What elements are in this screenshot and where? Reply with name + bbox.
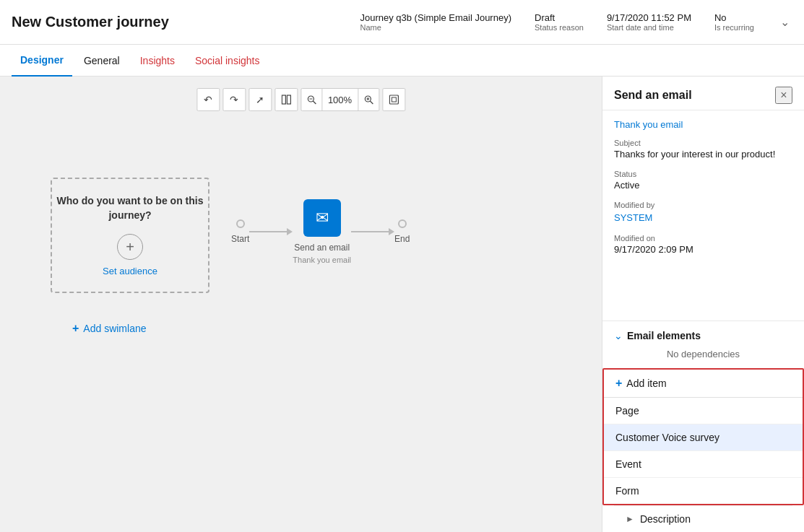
email-elements-title: Email elements (627, 330, 701, 341)
tab-designer-label: Designer (20, 54, 64, 66)
svg-line-3 (313, 101, 316, 104)
modified-on-label: Modified on (614, 234, 792, 243)
dropdown-item-page[interactable]: Page (604, 398, 803, 424)
journey-name-label: Name (360, 23, 511, 32)
modified-on-field: Modified on 9/17/2020 2:09 PM (614, 234, 792, 255)
dropdown-item-page-label: Page (615, 405, 639, 417)
audience-box-text: Who do you want to be on this journey? (52, 194, 208, 222)
email-node-label: Send an email (294, 243, 350, 253)
header: New Customer journey Journey q3b (Simple… (0, 0, 804, 45)
expand-button[interactable]: ➚ (248, 88, 272, 111)
fit-button[interactable] (382, 88, 405, 111)
panel-header: Send an email × (602, 77, 804, 110)
redo-button[interactable]: ↷ (222, 88, 246, 111)
start-date-value: 9/17/2020 11:52 PM (607, 12, 691, 23)
journey-content: Who do you want to be on this journey? +… (29, 120, 602, 532)
dropdown-item-event-label: Event (615, 458, 641, 470)
right-panel: Send an email × Thank you email Subject … (602, 77, 804, 532)
start-date-label: Start date and time (607, 23, 691, 32)
dropdown-item-customer-voice-label: Customer Voice survey (615, 432, 719, 443)
header-meta: Journey q3b (Simple Email Journey) Name … (360, 12, 792, 32)
email-node[interactable]: ✉ Send an email Thank you email (293, 199, 351, 264)
canvas-toolbar: ↶ ↷ ➚ 100% (191, 82, 411, 117)
subject-label: Subject (614, 139, 792, 147)
header-meta-date: 9/17/2020 11:52 PM Start date and time (607, 12, 691, 32)
email-node-sublabel: Thank you email (293, 256, 351, 264)
status-reason-label: Status reason (535, 23, 584, 32)
modified-by-field: Modified by SYSTEM (614, 201, 792, 224)
tab-social-insights[interactable]: Social insights (186, 45, 269, 77)
status-reason-value: Draft (535, 12, 584, 23)
journey-canvas[interactable]: ↶ ↷ ➚ 100% Who do you w (0, 77, 602, 532)
tab-social-insights-label: Social insights (195, 55, 260, 66)
add-swimlane-icon: + (72, 322, 79, 335)
email-link[interactable]: Thank you email (614, 119, 792, 130)
email-elements-section: ⌄ Email elements No dependencies + Add i… (602, 320, 804, 532)
add-item-label: Add item (626, 378, 666, 389)
audience-plus-icon[interactable]: + (117, 234, 143, 260)
description-label: Description (640, 513, 691, 525)
email-icon: ✉ (316, 209, 329, 227)
flow-arrow-1 (249, 228, 293, 235)
start-node: Start (231, 219, 249, 244)
journey-name-value: Journey q3b (Simple Email Journey) (360, 12, 511, 23)
modified-on-value: 9/17/2020 2:09 PM (614, 244, 792, 255)
end-label: End (394, 234, 410, 244)
tab-general-label: General (84, 55, 120, 66)
tab-designer[interactable]: Designer (12, 45, 72, 77)
status-label: Status (614, 170, 792, 178)
subject-field: Subject Thanks for your interest in our … (614, 139, 792, 160)
main-layout: ↶ ↷ ➚ 100% Who do you w (0, 77, 804, 532)
email-elements-chevron-icon[interactable]: ⌄ (614, 330, 623, 341)
page-title: New Customer journey (12, 14, 169, 30)
add-item-dropdown: + Add item Page Customer Voice survey Ev… (602, 368, 804, 505)
modified-by-link[interactable]: SYSTEM (614, 212, 652, 223)
zoom-in-button[interactable] (358, 88, 379, 111)
header-meta-name: Journey q3b (Simple Email Journey) Name (360, 12, 511, 32)
zoom-out-button[interactable] (301, 88, 321, 111)
header-expand-icon[interactable]: ⌄ (777, 12, 792, 32)
tab-general[interactable]: General (75, 45, 129, 77)
audience-box[interactable]: Who do you want to be on this journey? +… (51, 178, 209, 293)
end-node: End (394, 219, 410, 244)
tab-insights-label: Insights (140, 55, 175, 66)
add-swimlane-label: Add swimlane (83, 323, 146, 334)
panel-title: Send an email (614, 89, 692, 102)
panel-close-button[interactable]: × (775, 87, 792, 104)
svg-rect-0 (282, 95, 285, 104)
svg-line-6 (370, 101, 373, 104)
recurring-value: No (714, 12, 754, 23)
add-swimlane-button[interactable]: + Add swimlane (72, 322, 147, 335)
add-item-plus-icon: + (615, 377, 622, 390)
header-meta-recurring: No Is recurring (714, 12, 754, 32)
journey-flow: Start ✉ Send an email Thank you email (231, 199, 410, 264)
start-label: Start (231, 234, 249, 244)
svg-rect-1 (287, 95, 290, 104)
dropdown-item-event[interactable]: Event (604, 451, 803, 478)
subject-value: Thanks for your interest in our product! (614, 149, 792, 160)
panel-body: Thank you email Subject Thanks for your … (602, 110, 804, 320)
dropdown-item-form-label: Form (615, 485, 639, 497)
flow-arrow-2 (351, 228, 394, 235)
zoom-level-label: 100% (321, 88, 358, 111)
undo-button[interactable]: ↶ (196, 88, 220, 111)
tabs-bar: Designer General Insights Social insight… (0, 45, 804, 77)
svg-rect-10 (392, 97, 396, 102)
dropdown-item-customer-voice[interactable]: Customer Voice survey (604, 424, 803, 451)
tab-insights[interactable]: Insights (131, 45, 183, 77)
status-field: Status Active (614, 170, 792, 191)
modified-by-label: Modified by (614, 201, 792, 209)
recurring-label: Is recurring (714, 23, 754, 32)
header-meta-status: Draft Status reason (535, 12, 584, 32)
add-item-button[interactable]: + Add item (604, 370, 803, 398)
no-dependencies-label: No dependencies (614, 349, 792, 359)
columns-button[interactable] (275, 88, 298, 111)
description-chevron-icon: ► (626, 514, 634, 524)
svg-rect-9 (389, 95, 398, 104)
description-row[interactable]: ► Description (614, 505, 792, 532)
email-node-box[interactable]: ✉ (303, 199, 341, 237)
dropdown-item-form[interactable]: Form (604, 478, 803, 504)
status-value: Active (614, 180, 792, 191)
set-audience-link[interactable]: Set audience (103, 266, 157, 276)
zoom-control: 100% (301, 88, 379, 111)
